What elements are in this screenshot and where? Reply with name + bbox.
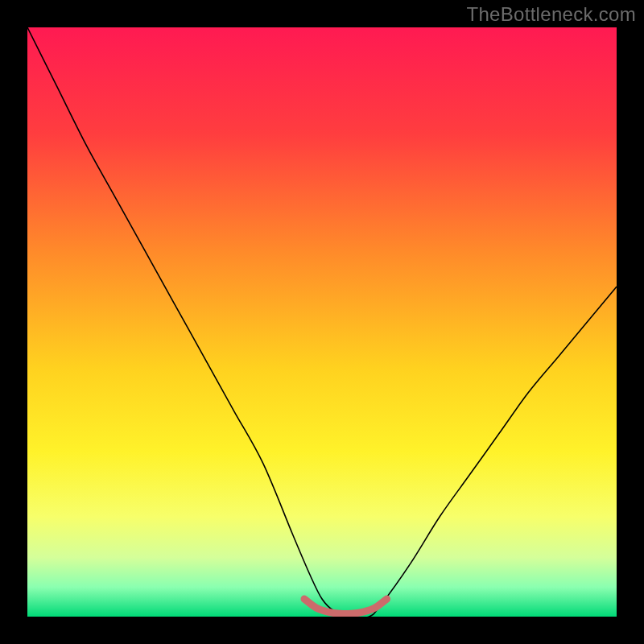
plot-area [27, 27, 617, 617]
curve-layer [27, 27, 617, 617]
chart-frame: TheBottleneck.com [0, 0, 644, 644]
bottleneck-curve [27, 27, 617, 617]
watermark-text: TheBottleneck.com [466, 3, 636, 26]
flat-highlight [304, 599, 386, 614]
